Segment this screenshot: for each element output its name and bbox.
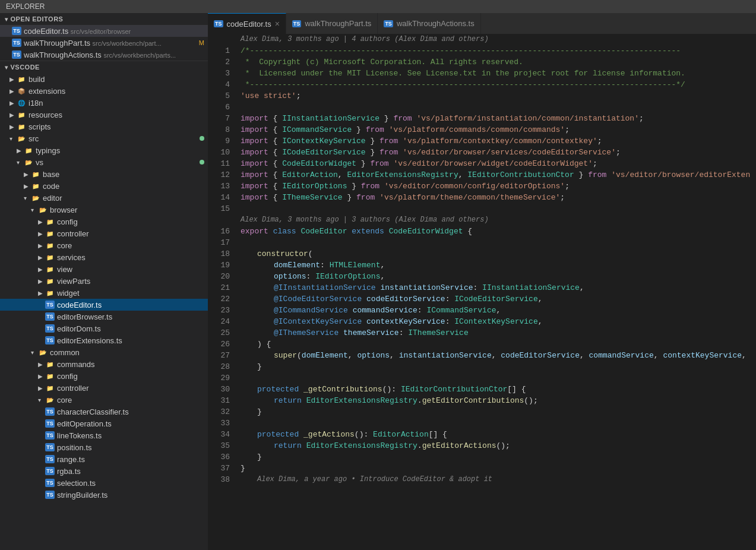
title-bar: EXPLORER	[0, 0, 756, 13]
sidebar: ▾ OPEN EDITORS TS codeEditor.ts src/vs/e…	[0, 13, 208, 550]
code-line-15	[241, 203, 756, 214]
modified-badge: M	[199, 39, 204, 46]
vscode-label: VSCODE	[11, 64, 40, 71]
code-line-11: import { CodeEditorWidget } from 'vs/edi…	[241, 158, 756, 169]
folder-i18n[interactable]: ▶ 🌐 i18n	[0, 97, 208, 109]
folder-config-common[interactable]: ▶ 📁 config	[0, 370, 208, 382]
file-stringBuilder[interactable]: TS stringBuilder.ts	[0, 489, 208, 501]
ts-file-icon: TS	[45, 419, 55, 428]
file-editorDom[interactable]: TS editorDom.ts	[0, 323, 208, 334]
folder-common[interactable]: ▾ 📂 common	[0, 346, 208, 358]
open-editors-header[interactable]: ▾ OPEN EDITORS	[0, 13, 208, 25]
code-line-16: export class CodeEditor extends CodeEdit…	[241, 226, 756, 237]
folder-icon: 📁	[17, 74, 26, 84]
folder-icon: 📁	[45, 241, 55, 250]
editor-area: TS codeEditor.ts × TS walkThroughPart.ts…	[208, 13, 756, 550]
code-content[interactable]: Alex Dima, 3 months ago | 4 authors (Ale…	[235, 34, 756, 550]
git-modified-dot	[200, 136, 204, 141]
chevron-icon: ▶	[38, 278, 45, 285]
editor-content: · 1 2 3 4 5 6 7 8 9 10 11 12 13 14 15 · …	[208, 34, 756, 550]
folder-widget[interactable]: ▶ 📁 widget	[0, 287, 208, 299]
code-line-23: @ICommandService commandService: IComman…	[241, 305, 756, 316]
chevron-icon: ▾	[10, 135, 17, 142]
close-tab-button[interactable]: ×	[275, 20, 280, 28]
tab-label: codeEditor.ts	[227, 20, 271, 29]
vscode-header[interactable]: ▾ VSCODE	[0, 61, 208, 73]
folder-scripts[interactable]: ▶ 📁 scripts	[0, 121, 208, 132]
folder-icon: 📂	[38, 347, 48, 357]
folder-build[interactable]: ▶ 📁 build	[0, 73, 208, 85]
open-editor-walkThroughActions[interactable]: TS walkThroughActions.ts src/vs/workbenc…	[0, 49, 208, 61]
folder-icon: 📂	[38, 205, 48, 214]
main-layout: ▾ OPEN EDITORS TS codeEditor.ts src/vs/e…	[0, 13, 756, 550]
folder-config[interactable]: ▶ 📁 config	[0, 216, 208, 227]
file-editorExtensions[interactable]: TS editorExtensions.ts	[0, 334, 208, 346]
folder-commands[interactable]: ▶ 📁 commands	[0, 358, 208, 370]
code-line-6	[241, 102, 756, 113]
open-editor-codeEditor[interactable]: TS codeEditor.ts src/vs/editor/browser	[0, 25, 208, 37]
file-codeEditor[interactable]: TS codeEditor.ts	[0, 299, 208, 311]
file-editOperation[interactable]: TS editOperation.ts	[0, 418, 208, 429]
folder-services[interactable]: ▶ 📁 services	[0, 251, 208, 263]
folder-icon: 📁	[24, 146, 33, 155]
file-characterClassifier[interactable]: TS characterClassifier.ts	[0, 406, 208, 418]
folder-extensions[interactable]: ▶ 📦 extensions	[0, 85, 208, 97]
folder-core-browser[interactable]: ▶ 📁 core	[0, 239, 208, 251]
chevron-icon: ▶	[38, 254, 45, 261]
file-position[interactable]: TS position.ts	[0, 441, 208, 453]
tab-label: walkThroughPart.ts	[305, 19, 371, 28]
code-line-30: protected _getContributions(): IEditorCo…	[241, 384, 756, 395]
folder-browser[interactable]: ▾ 📂 browser	[0, 204, 208, 216]
code-line-26: ) {	[241, 339, 756, 350]
folder-src[interactable]: ▾ 📂 src	[0, 132, 208, 144]
ts-file-icon: TS	[45, 312, 55, 321]
chevron-icon: ▶	[10, 124, 17, 130]
chevron-icon: ▾	[5, 64, 8, 71]
folder-icon: 📂	[24, 157, 33, 167]
chevron-icon: ▶	[38, 242, 45, 249]
folder-icon: 📁	[45, 229, 55, 238]
folder-base[interactable]: ▶ 📁 base	[0, 168, 208, 180]
chevron-icon: ▶	[38, 290, 45, 296]
chevron-icon: ▶	[10, 88, 17, 94]
chevron-icon: ▾	[5, 16, 8, 23]
code-line-37: }	[241, 463, 756, 474]
tab-walkThroughActions[interactable]: TS walkThroughActions.ts	[378, 13, 480, 34]
code-line-38: Alex Dima, a year ago • Introduce CodeEd…	[241, 474, 756, 485]
tab-codeEditor[interactable]: TS codeEditor.ts ×	[208, 13, 286, 34]
open-editor-walkThroughPart[interactable]: TS walkThroughPart.ts src/vs/workbench/p…	[0, 37, 208, 49]
folder-code[interactable]: ▶ 📁 code	[0, 180, 208, 192]
code-line-35: return EditorExtensionsRegistry.getEdito…	[241, 440, 756, 451]
file-rgba[interactable]: TS rgba.ts	[0, 465, 208, 477]
ts-file-icon: TS	[45, 478, 55, 488]
chevron-icon: ▶	[38, 385, 45, 391]
chevron-icon: ▶	[10, 100, 17, 106]
code-line-21: @IInstantiationService instantiationServ…	[241, 282, 756, 293]
code-line-27: super(domElement, options, instantiation…	[241, 350, 756, 361]
chevron-icon: ▶	[24, 171, 31, 178]
folder-icon: 📁	[31, 181, 40, 191]
folder-viewParts[interactable]: ▶ 📁 viewParts	[0, 275, 208, 287]
file-selection[interactable]: TS selection.ts	[0, 477, 208, 489]
folder-vs[interactable]: ▾ 📂 vs	[0, 156, 208, 168]
ts-file-icon: TS	[12, 50, 21, 59]
code-line-33	[241, 418, 756, 429]
file-lineTokens[interactable]: TS lineTokens.ts	[0, 429, 208, 441]
folder-controller-common[interactable]: ▶ 📁 controller	[0, 382, 208, 394]
folder-icon: 📂	[31, 193, 40, 203]
folder-typings[interactable]: ▶ 📁 typings	[0, 144, 208, 156]
code-line-5: 'use strict';	[241, 90, 756, 102]
folder-controller[interactable]: ▶ 📁 controller	[0, 227, 208, 239]
chevron-icon: ▶	[38, 219, 45, 225]
folder-view[interactable]: ▶ 📁 view	[0, 263, 208, 275]
folder-core-common[interactable]: ▾ 📂 core	[0, 394, 208, 406]
folder-resources[interactable]: ▶ 📁 resources	[0, 109, 208, 121]
code-line-34: protected _getActions(): EditorAction[] …	[241, 429, 756, 440]
folder-editor[interactable]: ▾ 📂 editor	[0, 192, 208, 204]
code-line-32: }	[241, 406, 756, 418]
folder-icon: 📁	[31, 169, 40, 179]
file-editorBrowser[interactable]: TS editorBrowser.ts	[0, 311, 208, 323]
folder-icon: 📦	[17, 86, 26, 96]
file-range[interactable]: TS range.ts	[0, 453, 208, 465]
tab-walkThroughPart[interactable]: TS walkThroughPart.ts	[286, 13, 378, 34]
